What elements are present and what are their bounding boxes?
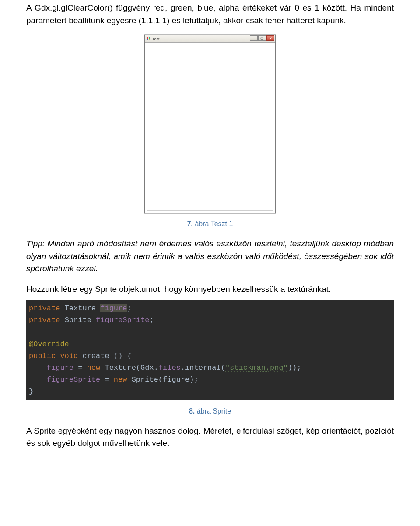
code-token: [29, 375, 47, 384]
svg-rect-0: [147, 37, 148, 39]
svg-rect-2: [147, 39, 148, 40]
svg-rect-3: [149, 39, 150, 40]
code-token: new: [114, 375, 127, 384]
caption-1-text: ábra Teszt 1: [193, 220, 233, 228]
sprite-intro-paragraph: Hozzunk létre egy Sprite objektumot, hog…: [26, 283, 394, 296]
code-token: Texture: [65, 304, 96, 312]
minimize-button[interactable]: –: [250, 35, 258, 41]
app-icon: [147, 37, 151, 41]
code-token: public: [29, 352, 56, 360]
maximize-button[interactable]: ▢: [258, 35, 266, 41]
code-token: void: [60, 352, 78, 360]
tip-paragraph: Tipp: Minden apró módosítást nem érdemes…: [26, 238, 394, 275]
code-token: Texture(Gdx.: [100, 364, 158, 372]
code-token: .internal(: [181, 364, 225, 372]
code-token: new: [87, 364, 101, 372]
intro-paragraph: A Gdx.gl.glClearColor() függvény red, gr…: [26, 2, 394, 27]
code-token: files: [158, 364, 181, 372]
code-token: Sprite(figure);: [127, 375, 198, 384]
code-token: =: [100, 375, 114, 384]
code-token: () {: [114, 352, 132, 360]
figure-caption-1: 7. ábra Teszt 1: [26, 220, 394, 228]
code-token: }: [29, 387, 33, 396]
window-title: Test: [152, 37, 160, 41]
caption-2-number: 8.: [189, 407, 195, 415]
code-token: figureSprite: [96, 316, 149, 324]
code-token: ));: [288, 364, 301, 372]
code-token: @Override: [29, 340, 69, 348]
code-token: private: [29, 304, 60, 312]
close-button[interactable]: ✕: [266, 35, 274, 41]
code-token: figure: [100, 304, 127, 312]
figure-test-window: Test – ▢ ✕: [144, 35, 276, 213]
window-buttons: – ▢ ✕: [250, 35, 274, 41]
code-token: Sprite: [65, 316, 91, 324]
code-token: =: [74, 364, 87, 372]
code-token: "stickman.png": [225, 364, 288, 372]
code-token: figureSprite: [47, 375, 100, 384]
caption-1-number: 7.: [187, 220, 193, 228]
text-cursor-icon: [199, 375, 199, 384]
outro-paragraph: A Sprite egyébként egy nagyon hasznos do…: [26, 425, 394, 450]
code-token: figure: [47, 364, 74, 372]
code-token: create: [82, 352, 109, 360]
window-titlebar: Test – ▢ ✕: [145, 35, 275, 43]
caption-2-text: ábra Sprite: [195, 407, 231, 415]
window-content-area: [147, 45, 273, 211]
code-token: private: [29, 316, 60, 324]
figure-caption-2: 8. ábra Sprite: [26, 407, 394, 415]
code-token: [29, 364, 47, 372]
code-token: ;: [127, 304, 131, 312]
svg-rect-1: [149, 37, 150, 39]
code-token: ;: [149, 316, 154, 324]
code-screenshot: private Texture figure; private Sprite f…: [26, 300, 394, 400]
